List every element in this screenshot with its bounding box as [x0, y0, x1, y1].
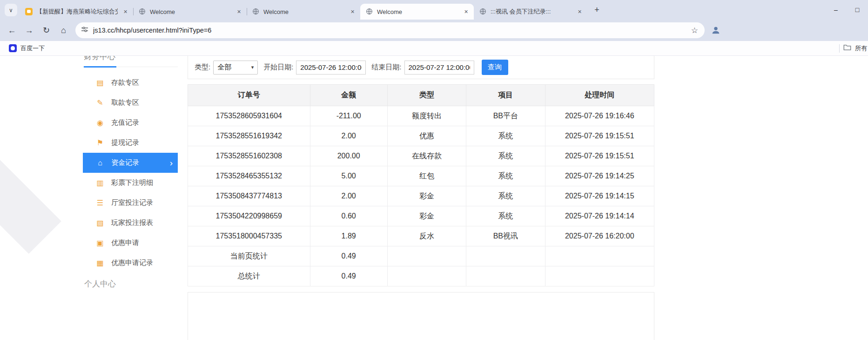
type-select-value: 全部: [217, 63, 231, 72]
table-cell: 系统: [466, 186, 545, 206]
table-cell: 2025-07-26 19:14:15: [545, 186, 654, 206]
sidebar-item[interactable]: ▥彩票下注明细: [83, 173, 178, 193]
browser-tab[interactable]: Welcome×: [360, 4, 474, 20]
chevron-right-icon: ›: [170, 158, 173, 167]
bookmark-baidu[interactable]: 百度一下: [5, 43, 49, 54]
tab-search-button[interactable]: ∨: [5, 4, 17, 16]
recharge-record-icon: ◉: [95, 118, 105, 127]
window-controls: – □: [825, 0, 868, 20]
forum-favicon: [25, 8, 33, 15]
active-section-underline: [84, 66, 116, 68]
table-cell: 2025-07-26 16:20:00: [545, 226, 654, 246]
sidebar-item[interactable]: ◉充值记录: [83, 113, 178, 133]
back-button[interactable]: ←: [4, 22, 20, 39]
all-bookmarks-label[interactable]: 所有: [855, 44, 867, 53]
table-cell: 系统: [466, 166, 545, 186]
table-cell: 系统: [466, 146, 545, 166]
table-cell: [545, 246, 654, 266]
sidebar-item[interactable]: ▤存款专区: [83, 73, 178, 93]
globe-favicon: [366, 8, 373, 15]
main-content: 类型: 全部 ▾ 开始日期: 结束日期: 查询 订单号金额类型项目处理时间 17…: [188, 56, 654, 340]
sidebar-item[interactable]: ✎取款专区: [83, 93, 178, 113]
table-cell: 0.49: [310, 266, 387, 286]
table-cell: 1753518000457335: [188, 226, 310, 246]
start-date-label: 开始日期:: [263, 63, 293, 72]
sidebar-item-label: 存款专区: [111, 78, 139, 87]
table-cell: 彩金: [387, 186, 466, 206]
table-cell: 总统计: [188, 266, 310, 286]
bookmarks-bar: 百度一下 所有: [0, 41, 868, 56]
end-date-input[interactable]: [404, 61, 474, 75]
sidebar-item[interactable]: ▣优惠申请: [83, 233, 178, 253]
sidebar-item-label: 提现记录: [111, 138, 139, 147]
profile-avatar[interactable]: [708, 23, 723, 38]
start-date-input[interactable]: [296, 61, 366, 75]
table-row: 17535285516193422.00优惠系统2025-07-26 19:15…: [188, 126, 654, 146]
address-bar[interactable]: js13.cc/hhcp/usercenter.html?iniType=6 ☆: [75, 22, 705, 38]
table-cell: 0.49: [310, 246, 387, 266]
sidebar-item[interactable]: ▦优惠申请记录: [83, 253, 178, 273]
browser-tab[interactable]: 【新提醒】海燕策略论坛综合交×: [20, 4, 133, 20]
column-header: 金额: [310, 85, 387, 106]
sidebar-item[interactable]: ▧玩家投注报表: [83, 213, 178, 233]
sidebar-menu: ▤存款专区✎取款专区◉充值记录⚑提现记录⌂资金记录›▥彩票下注明细☰厅室投注记录…: [83, 73, 178, 273]
sidebar-item[interactable]: ⚑提现记录: [83, 133, 178, 153]
url-text: js13.cc/hhcp/usercenter.html?iniType=6: [93, 27, 690, 34]
forward-button[interactable]: →: [21, 22, 37, 39]
refresh-button[interactable]: ↻: [38, 22, 54, 39]
table-cell: 2025-07-26 19:15:51: [545, 146, 654, 166]
table-cell: 2025-07-26 19:15:51: [545, 126, 654, 146]
minimize-button[interactable]: –: [825, 0, 847, 20]
table-cell: [387, 246, 466, 266]
type-select[interactable]: 全部 ▾: [213, 61, 258, 75]
baidu-favicon: [9, 44, 17, 52]
tab-close-icon[interactable]: ×: [349, 8, 357, 16]
promo-apply-record-icon: ▦: [95, 258, 105, 267]
promo-apply-icon: ▣: [95, 238, 105, 247]
browser-tab[interactable]: Welcome×: [133, 4, 247, 20]
sidebar-section-finance[interactable]: 财务中心: [84, 56, 115, 61]
new-tab-button[interactable]: +: [591, 4, 603, 16]
tab-title: Welcome: [150, 8, 231, 15]
browser-window: ∨ 【新提醒】海燕策略论坛综合交×Welcome×Welcome×Welcome…: [0, 0, 868, 340]
sidebar-section-personal: 个人中心: [83, 279, 178, 289]
tab-title: :::视讯 会员下注纪录:::: [491, 7, 572, 16]
back-icon: ←: [8, 26, 16, 35]
globe-favicon: [479, 8, 487, 15]
sidebar-item[interactable]: ⌂资金记录›: [83, 153, 178, 173]
tab-close-icon[interactable]: ×: [121, 8, 129, 16]
table-cell: 在线存款: [387, 146, 466, 166]
sidebar: 财务中心 ▤存款专区✎取款专区◉充值记录⚑提现记录⌂资金记录›▥彩票下注明细☰厅…: [83, 56, 178, 289]
bookmark-label: 百度一下: [20, 44, 45, 53]
column-header: 类型: [387, 85, 466, 106]
table-cell: [466, 266, 545, 286]
sidebar-item-label: 取款专区: [111, 98, 139, 107]
tab-title: Welcome: [377, 8, 458, 15]
browser-tab[interactable]: :::视讯 会员下注纪录:::×: [474, 4, 587, 20]
refresh-icon: ↻: [43, 25, 50, 35]
table-cell: 系统: [466, 206, 545, 226]
sidebar-item-label: 优惠申请: [111, 238, 139, 247]
tab-close-icon[interactable]: ×: [462, 8, 470, 16]
table-cell: 2025-07-26 19:14:25: [545, 166, 654, 186]
restore-button[interactable]: □: [847, 0, 868, 20]
pagination-section: [188, 292, 654, 340]
tab-strip: ∨ 【新提醒】海燕策略论坛综合交×Welcome×Welcome×Welcome…: [0, 0, 868, 20]
table-cell: 当前页统计: [188, 246, 310, 266]
table-row: 总统计0.49: [188, 266, 654, 286]
table-cell: 200.00: [310, 146, 387, 166]
table-row: 17535180004573351.89反水BB视讯2025-07-26 16:…: [188, 226, 654, 246]
browser-tab[interactable]: Welcome×: [247, 4, 360, 20]
table-cell: -211.00: [310, 106, 387, 126]
site-info-icon[interactable]: [81, 26, 88, 35]
table-cell: 2.00: [310, 186, 387, 206]
tab-close-icon[interactable]: ×: [576, 8, 584, 16]
table-body: 1753528605931604-211.00额度转出BB平台2025-07-2…: [188, 106, 654, 286]
home-button[interactable]: ⌂: [55, 22, 72, 39]
sidebar-item[interactable]: ☰厅室投注记录: [83, 193, 178, 213]
tab-close-icon[interactable]: ×: [235, 8, 243, 16]
bookmark-star-icon[interactable]: ☆: [690, 26, 699, 35]
column-header: 订单号: [188, 85, 310, 106]
withdraw-icon: ✎: [95, 98, 105, 107]
query-button[interactable]: 查询: [482, 60, 508, 75]
